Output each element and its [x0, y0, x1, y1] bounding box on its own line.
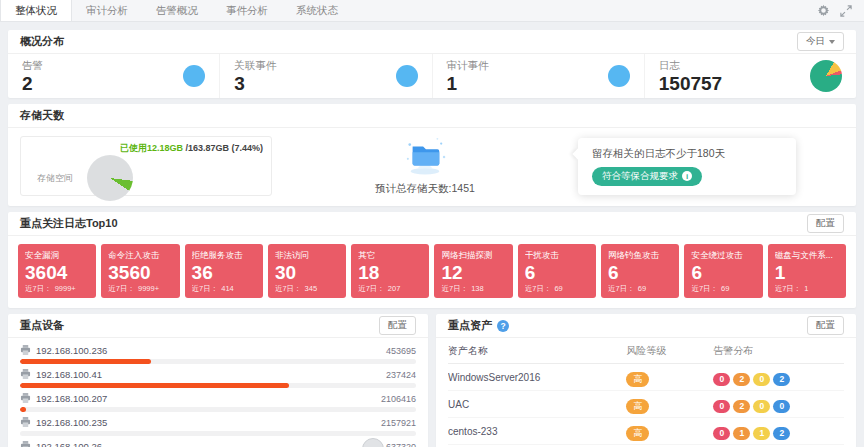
log-card-value: 3560 — [108, 262, 172, 284]
alert-pill-medium: 0 — [753, 373, 770, 386]
overview-title: 概况分布 — [20, 34, 64, 49]
log-card-6[interactable]: 网络扫描探测 12 近7日：138 — [434, 244, 512, 298]
alert-pill-high: 2 — [733, 373, 750, 386]
stat-logs: 日志 150757 — [645, 54, 856, 98]
compliance-tip-text: 留存相关的日志不少于180天 — [592, 147, 782, 161]
log-card-value: 12 — [441, 262, 505, 284]
stat-correlated-events: 关联事件 3 — [220, 54, 432, 98]
asset-name: centos-233 — [448, 426, 626, 437]
alert-pill-medium: 0 — [753, 400, 770, 413]
log-card-value: 3604 — [25, 262, 89, 284]
top10-title: 重点关注日志Top10 — [20, 216, 118, 231]
log-card-9[interactable]: 安全绕过攻击 6 近7日：69 — [684, 244, 762, 298]
log-card-title: 磁盘与文件系... — [775, 250, 839, 262]
fullscreen-expand-icon[interactable] — [840, 5, 852, 17]
device-value: 2106416 — [381, 394, 416, 404]
date-filter-button[interactable]: 今日 — [797, 32, 844, 51]
alert-pill-critical: 0 — [713, 373, 730, 386]
log-card-7[interactable]: 干扰攻击 6 近7日：69 — [518, 244, 596, 298]
alert-distribution: 0 2 0 2 — [713, 373, 790, 386]
asset-row: UAC 高 0 2 0 0 — [448, 391, 844, 418]
device-row: 192.168.100.207 2106416 — [20, 392, 416, 412]
device-ip: 192.168.100.235 — [36, 417, 107, 428]
log-card-title: 非法访问 — [275, 250, 339, 262]
assets-table-header: 资产名称 风险等级 告警分布 — [448, 338, 844, 364]
log-card-title: 网络钓鱼攻击 — [608, 250, 672, 262]
tab-audit-analysis[interactable]: 审计分析 — [72, 0, 142, 21]
audit-circle-icon — [608, 65, 630, 87]
device-bar — [20, 383, 416, 388]
stat-value: 2 — [22, 74, 43, 93]
log-distribution-pie — [810, 60, 842, 92]
log-card-5[interactable]: 其它 18 近7日：207 — [351, 244, 429, 298]
device-value: 453695 — [386, 346, 416, 356]
alert-pill-low: 2 — [773, 373, 790, 386]
log-card-recent: 近7日：414 — [192, 284, 256, 294]
log-card-8[interactable]: 网络钓鱼攻击 6 近7日：69 — [601, 244, 679, 298]
log-card-recent: 近7日：69 — [525, 284, 589, 294]
device-printer-icon — [20, 393, 31, 405]
log-card-recent: 近7日：1 — [775, 284, 839, 294]
log-card-value: 36 — [192, 262, 256, 284]
devices-config-button[interactable]: 配置 — [379, 316, 416, 335]
log-card-recent: 近7日：69 — [691, 284, 755, 294]
log-card-title: 网络扫描探测 — [441, 250, 505, 262]
device-printer-icon — [20, 345, 31, 357]
chevron-down-icon — [829, 40, 835, 44]
help-question-icon[interactable]: ? — [497, 320, 509, 332]
stat-value: 3 — [234, 74, 276, 93]
log-card-recent: 近7日：69 — [608, 284, 672, 294]
alert-pill-medium: 1 — [753, 427, 770, 440]
log-card-4[interactable]: 非法访问 30 近7日：345 — [268, 244, 346, 298]
device-ip: 192.168.100.41 — [36, 369, 102, 380]
log-card-value: 6 — [525, 262, 589, 284]
log-card-title: 安全绕过攻击 — [691, 250, 755, 262]
log-card-recent: 近7日：345 — [275, 284, 339, 294]
device-value: 237424 — [386, 370, 416, 380]
compliance-tip-card: 留存相关的日志不少于180天 符合等保合规要求 i — [578, 138, 796, 195]
device-ip: 192.168.100.207 — [36, 393, 107, 404]
device-row: 192.168.100.235 2157921 — [20, 416, 416, 436]
compliance-badge-button[interactable]: 符合等保合规要求 i — [592, 167, 702, 186]
log-card-value: 30 — [275, 262, 339, 284]
storage-section: 存储天数 已使用12.18GB /163.87GB (7.44%) 存储空间 — [8, 104, 856, 206]
storage-title: 存储天数 — [20, 108, 64, 123]
device-bar — [20, 431, 416, 436]
stat-value: 150757 — [659, 74, 722, 93]
device-bar — [20, 359, 416, 364]
alert-distribution: 0 1 1 2 — [713, 427, 790, 440]
folder-storage-icon — [402, 136, 448, 180]
tab-event-analysis[interactable]: 事件分析 — [212, 0, 282, 21]
tab-system-status[interactable]: 系统状态 — [282, 0, 352, 21]
col-header-risk: 风险等级 — [626, 344, 713, 358]
alert-pill-low: 2 — [773, 427, 790, 440]
log-card-recent: 近7日：9999+ — [108, 284, 172, 294]
devices-title: 重点设备 — [20, 318, 64, 333]
settings-gear-icon[interactable] — [817, 4, 830, 17]
log-card-1[interactable]: 安全漏洞 3604 近7日：9999+ — [18, 244, 96, 298]
log-card-title: 干扰攻击 — [525, 250, 589, 262]
risk-badge: 高 — [626, 426, 649, 441]
alert-pill-high: 2 — [733, 400, 750, 413]
device-value: 637320 — [386, 442, 416, 447]
top10-section: 重点关注日志Top10 配置 安全漏洞 3604 近7日：9999+ 命令注入攻… — [8, 212, 856, 308]
tab-overall-status[interactable]: 整体状况 — [0, 0, 72, 21]
log-card-2[interactable]: 命令注入攻击 3560 近7日：9999+ — [101, 244, 179, 298]
log-card-value: 18 — [358, 262, 422, 284]
log-card-recent: 近7日：138 — [441, 284, 505, 294]
tab-alert-overview[interactable]: 告警概况 — [142, 0, 212, 21]
log-card-10[interactable]: 磁盘与文件系... 1 近7日：1 — [768, 244, 846, 298]
top10-config-button[interactable]: 配置 — [807, 214, 844, 233]
log-card-value: 6 — [608, 262, 672, 284]
device-row: 192.168.100.236 453695 — [20, 344, 416, 364]
log-card-title: 拒绝服务攻击 — [192, 250, 256, 262]
asset-name: UAC — [448, 399, 626, 410]
risk-badge: 高 — [626, 399, 649, 414]
asset-row: centos-233 高 0 1 1 2 — [448, 418, 844, 445]
alert-pill-critical: 0 — [713, 400, 730, 413]
stat-value: 1 — [447, 74, 489, 93]
device-printer-icon — [20, 441, 31, 447]
device-printer-icon — [20, 417, 31, 429]
assets-config-button[interactable]: 配置 — [807, 316, 844, 335]
log-card-3[interactable]: 拒绝服务攻击 36 近7日：414 — [185, 244, 263, 298]
